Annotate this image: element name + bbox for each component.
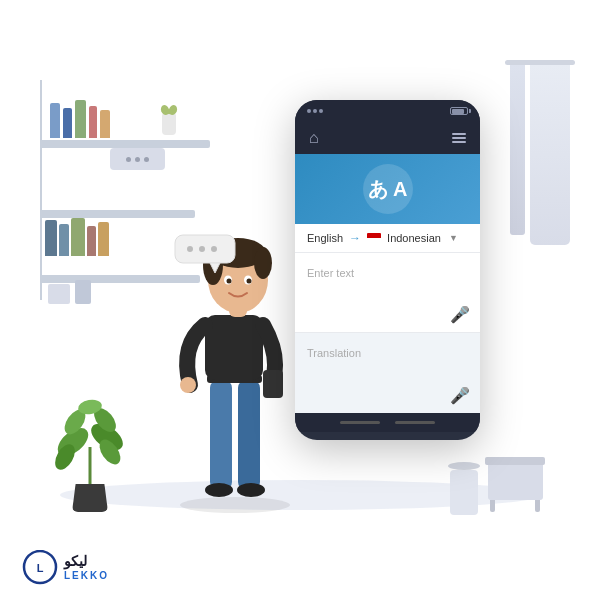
logo-latin-text: LEKKO: [64, 570, 109, 581]
plant-pot: [72, 484, 108, 512]
svg-rect-13: [205, 315, 263, 380]
router-dot: [126, 157, 131, 162]
translate-logo: あ A: [363, 164, 413, 214]
bottom-shelf-items: [48, 280, 91, 304]
translation-mic-icon-container: 🎤: [450, 386, 470, 405]
mic-icon-container: 🎤: [450, 305, 470, 324]
book: [50, 103, 60, 138]
nightstand: [485, 457, 545, 512]
battery-icon: [450, 107, 468, 115]
svg-text:L: L: [37, 562, 44, 574]
book: [75, 100, 86, 138]
router-dot: [144, 157, 149, 162]
svg-point-11: [237, 483, 265, 497]
svg-point-15: [180, 377, 196, 393]
vase-plant: [161, 105, 177, 117]
shelf-item: [75, 280, 91, 304]
svg-point-27: [187, 246, 193, 252]
router-device: [110, 148, 165, 170]
menu-line: [452, 137, 466, 139]
menu-icon[interactable]: [452, 133, 466, 143]
svg-rect-8: [210, 380, 232, 490]
logo-icon: あ A: [368, 176, 408, 203]
to-language-dropdown-icon[interactable]: ▼: [449, 233, 458, 243]
to-language-label: Indonesian: [387, 232, 441, 244]
vase-decoration: [160, 105, 178, 135]
book: [45, 220, 57, 256]
cylinder-decoration: [450, 462, 480, 512]
cylinder-body: [450, 470, 478, 515]
input-placeholder-text: Enter text: [307, 267, 354, 279]
signal-dot: [319, 109, 323, 113]
shelf-wall: [40, 80, 42, 300]
nav-bar: ⌂: [295, 122, 480, 154]
phone-mockup: ⌂ あ A English → Indonesian ▼: [295, 100, 480, 440]
svg-point-23: [227, 279, 232, 284]
language-selector[interactable]: English → Indonesian ▼: [295, 224, 480, 253]
nightstand-leg: [535, 500, 540, 512]
books-top-shelf: [50, 100, 110, 138]
phone-bottom-bar: [295, 413, 480, 432]
nightstand-leg: [490, 500, 495, 512]
nightstand-top: [485, 457, 545, 465]
from-language-label: English: [307, 232, 343, 244]
logo-text: ليكو LEKKO: [64, 554, 109, 580]
logo-svg-icon: L: [20, 550, 60, 585]
app-header: あ A: [295, 154, 480, 224]
curtain-panel: [530, 65, 570, 245]
swap-languages-icon[interactable]: →: [349, 231, 361, 245]
translation-placeholder-text: Translation: [307, 347, 361, 359]
curtain-fold: [510, 65, 525, 235]
book: [89, 106, 97, 138]
nightstand-legs: [485, 500, 545, 512]
book: [87, 226, 96, 256]
bottom-bar-line: [395, 421, 435, 424]
brand-logo: L ليكو LEKKO: [20, 550, 109, 585]
character-illustration: [155, 185, 315, 515]
microphone-icon[interactable]: 🎤: [450, 306, 470, 323]
home-icon[interactable]: ⌂: [309, 129, 319, 147]
shelf-top: [40, 140, 210, 148]
signal-dot: [313, 109, 317, 113]
book: [100, 110, 110, 138]
svg-point-20: [254, 247, 272, 279]
book: [63, 108, 72, 138]
bottom-bar-line: [340, 421, 380, 424]
svg-point-28: [199, 246, 205, 252]
status-bar: [295, 100, 480, 122]
signal-indicator: [307, 109, 323, 113]
menu-line: [452, 141, 466, 143]
book: [59, 224, 69, 256]
logo-arabic-text: ليكو: [64, 554, 109, 569]
svg-point-7: [180, 497, 290, 513]
book: [98, 222, 109, 256]
svg-point-24: [247, 279, 252, 284]
decorative-plant: [55, 392, 125, 512]
books-mid-shelf: [45, 218, 109, 256]
router-dot: [135, 157, 140, 162]
svg-rect-14: [263, 370, 283, 398]
scene: ⌂ あ A English → Indonesian ▼: [0, 0, 600, 600]
app-content: English → Indonesian ▼ Enter text 🎤 Tran…: [295, 224, 480, 413]
battery-level: [452, 109, 464, 114]
svg-rect-9: [238, 380, 260, 490]
nightstand-body: [488, 465, 543, 500]
window-curtain: [510, 60, 570, 260]
signal-dot: [307, 109, 311, 113]
to-language-flag: [367, 233, 381, 243]
translation-mic-icon[interactable]: 🎤: [450, 387, 470, 404]
book: [71, 218, 85, 256]
menu-line: [452, 133, 466, 135]
svg-point-29: [211, 246, 217, 252]
input-text-area[interactable]: Enter text 🎤: [295, 253, 480, 333]
shelf-item: [48, 284, 70, 304]
plant-leaves-svg: [55, 392, 125, 492]
svg-point-10: [205, 483, 233, 497]
cylinder-top: [448, 462, 480, 470]
translation-output-area: Translation 🎤: [295, 333, 480, 413]
